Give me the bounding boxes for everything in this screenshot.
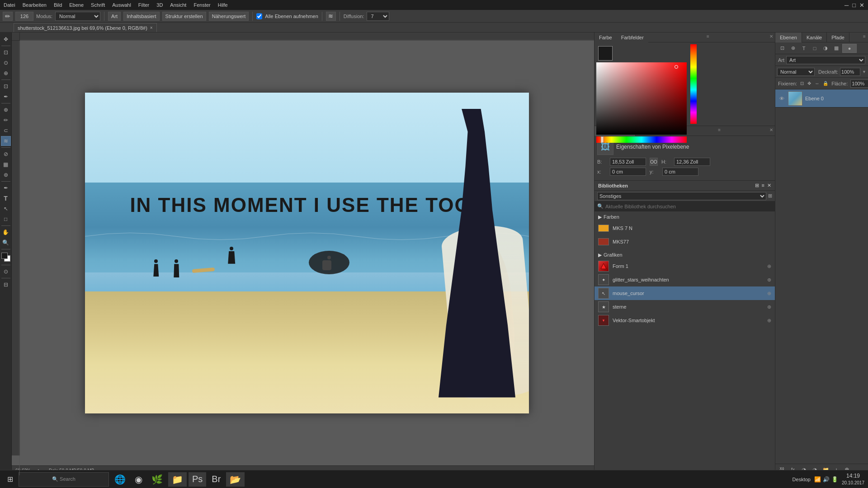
opacity-input[interactable]: [840, 68, 860, 76]
menu-bearbeiten[interactable]: Bearbeiten: [23, 2, 47, 8]
tool-size-btn[interactable]: 126: [15, 12, 33, 21]
lib-graphic-mouse[interactable]: ↖ mouse_cursor ⊕: [594, 286, 775, 300]
lock-artboard-btn[interactable]: ↔: [814, 80, 820, 88]
link-btn[interactable]: OO: [650, 158, 658, 166]
menu-schrift[interactable]: Schrift: [91, 2, 105, 8]
menu-ebene[interactable]: Ebene: [69, 2, 84, 8]
taskbar-files2[interactable]: 📂: [226, 472, 245, 487]
tool-lasso[interactable]: ⊙: [1, 58, 11, 68]
tool-screen-mode[interactable]: ⊟: [1, 280, 11, 290]
vektor-add-btn[interactable]: ⊕: [767, 318, 771, 324]
props-panel-collapse[interactable]: ≡: [716, 126, 723, 133]
lock-pixels-btn[interactable]: ⊡: [800, 80, 804, 88]
libraries-grid-icon[interactable]: ⊞: [768, 193, 772, 199]
libraries-collapse-btn[interactable]: ✕: [767, 183, 771, 188]
form1-add-btn[interactable]: ⊕: [767, 263, 771, 269]
filter-on-off[interactable]: ●: [842, 44, 857, 53]
tool-quick-select[interactable]: ⊕: [1, 68, 11, 78]
tab-ebenen[interactable]: Ebenen: [775, 33, 802, 42]
tool-gradient[interactable]: ▦: [1, 160, 11, 169]
tool-brush[interactable]: ✏: [1, 115, 11, 125]
layers-panel-collapse[interactable]: ≡: [861, 33, 868, 40]
opacity-arrow[interactable]: ▼: [862, 70, 866, 74]
art-button[interactable]: Art: [108, 12, 121, 21]
tool-rect-select[interactable]: ⊡: [1, 47, 11, 57]
system-clock[interactable]: 14:19 20.10.2017: [842, 473, 864, 486]
menu-bild[interactable]: Bild: [54, 2, 62, 8]
tool-eyedropper[interactable]: ✒: [1, 92, 11, 102]
naeherungswert-button[interactable]: Näherungswert: [209, 12, 249, 21]
farbe-tab[interactable]: Farbe: [594, 33, 617, 42]
struktur-button[interactable]: Struktur erstellen: [162, 12, 206, 21]
glitter-add-btn[interactable]: ⊕: [767, 277, 771, 283]
tool-heal[interactable]: ⊕: [1, 105, 11, 115]
taskbar-desktop-label[interactable]: Desktop: [793, 477, 811, 482]
filter-adjust-btn[interactable]: ◑: [821, 44, 830, 53]
b-input[interactable]: [610, 158, 646, 166]
filter-type-select[interactable]: Art: [786, 56, 865, 64]
color-spectrum[interactable]: [596, 62, 687, 135]
hue-slider[interactable]: [596, 136, 687, 143]
lib-graphic-sterne[interactable]: ★ sterne ⊕: [594, 300, 775, 314]
menu-datei[interactable]: Datei: [4, 2, 15, 8]
lib-graphic-form1[interactable]: Form 1 ⊕: [594, 259, 775, 273]
layer-item-ebene0[interactable]: 👁 Ebene 0: [775, 89, 868, 108]
color-panel-close[interactable]: ✕: [768, 33, 775, 40]
filter-smart-btn[interactable]: ⊕: [788, 44, 798, 53]
blend-mode-select[interactable]: Normal: [777, 68, 815, 76]
close-btn[interactable]: ✕: [859, 2, 864, 9]
taskbar-app3[interactable]: 🌿: [148, 472, 166, 487]
menu-filter[interactable]: Filter: [138, 2, 149, 8]
foreground-color[interactable]: [1, 253, 8, 259]
menu-ansicht[interactable]: Ansicht: [170, 2, 186, 8]
y-input[interactable]: [662, 168, 698, 176]
layer-visibility-btn[interactable]: 👁: [778, 95, 785, 102]
file-tab[interactable]: shutterstock_512136613.jpg bei 69,6% (Eb…: [14, 23, 157, 32]
lib-graphic-vektor[interactable]: ▼ Vektor-Smartobjekt ⊕: [594, 314, 775, 327]
lock-all-btn[interactable]: 🔒: [822, 80, 829, 88]
tab-kanale[interactable]: Kanäle: [802, 33, 827, 42]
libraries-search-input[interactable]: [605, 204, 772, 209]
alle-ebenen-checkbox[interactable]: [256, 12, 262, 21]
layer-name[interactable]: Ebene 0: [805, 96, 865, 101]
filter-shape-btn[interactable]: □: [810, 44, 820, 53]
search-bar[interactable]: 🔍 Search: [19, 472, 109, 487]
tool-move[interactable]: ✥: [1, 34, 11, 44]
menu-hilfe[interactable]: Hilfe: [218, 2, 228, 8]
lib-color-mks7n[interactable]: MKS 7 N: [594, 221, 775, 235]
h-input[interactable]: [674, 158, 710, 166]
libraries-grid-btn[interactable]: ⊞: [755, 183, 759, 188]
tool-clone[interactable]: ⊂: [1, 126, 11, 136]
libraries-dropdown[interactable]: Sonstiges: [597, 192, 766, 200]
taskbar-bridge[interactable]: Br: [208, 472, 224, 487]
tool-hand[interactable]: ✋: [1, 227, 11, 237]
libraries-list-btn[interactable]: ≡: [762, 183, 764, 188]
tab-pfade[interactable]: Pfade: [827, 33, 849, 42]
maximize-btn[interactable]: □: [852, 2, 856, 9]
farbfelder-tab[interactable]: Farbfelder: [617, 33, 648, 42]
filter-type-btn[interactable]: T: [799, 44, 809, 53]
diffusion-select[interactable]: 7: [367, 12, 389, 21]
x-input[interactable]: [610, 168, 646, 176]
lock-pos-btn[interactable]: ✥: [807, 80, 811, 88]
color-picker[interactable]: [1, 253, 10, 262]
taskbar-photoshop[interactable]: Ps: [189, 472, 206, 487]
mode-select[interactable]: Normal: [55, 12, 100, 21]
tool-pen[interactable]: ✒: [1, 183, 11, 193]
menu-3d[interactable]: 3D: [156, 2, 163, 8]
menu-fenster[interactable]: Fenster: [193, 2, 210, 8]
tool-crop[interactable]: ⊡: [1, 81, 11, 91]
taskbar-explorer[interactable]: 🌐: [111, 472, 129, 487]
taskbar-chrome[interactable]: ◉: [131, 472, 146, 487]
menu-auswahl[interactable]: Auswahl: [112, 2, 131, 8]
smudge-icon[interactable]: ≋: [326, 12, 336, 21]
filter-pixel-btn[interactable]: ⊡: [777, 44, 787, 53]
fill-input[interactable]: [850, 80, 868, 88]
canvas[interactable]: IN THIS MOMENT I USE THE TOOL: [85, 93, 529, 413]
props-panel-close[interactable]: ✕: [768, 126, 775, 133]
inhaltsbasiert-button[interactable]: Inhaltsbasiert: [123, 12, 159, 21]
farben-section-header[interactable]: ▶ Farben: [594, 212, 775, 221]
mouse-add-btn[interactable]: ⊕: [767, 291, 771, 296]
tool-path-select[interactable]: ↖: [1, 204, 11, 214]
tool-smudge[interactable]: ≋: [1, 136, 11, 146]
